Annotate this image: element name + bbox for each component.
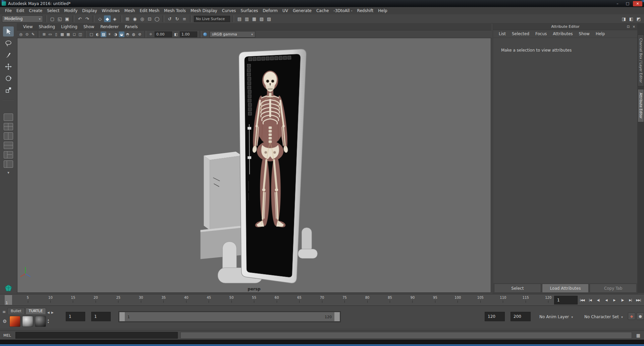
motion-blur-icon[interactable]: ◓: [125, 31, 130, 37]
play-forwards-button[interactable]: ▶: [610, 296, 618, 304]
menu-3dtoall[interactable]: -3DtoAll -: [331, 8, 355, 13]
menu-edit-mesh[interactable]: Edit Mesh: [137, 8, 162, 13]
menu-modify[interactable]: Modify: [62, 8, 80, 13]
snap-to-points-icon[interactable]: ◎: [139, 15, 146, 22]
grid-toggle-icon[interactable]: ⊞: [41, 31, 47, 37]
layout-three-panes-button[interactable]: [4, 151, 13, 158]
output-connections-icon[interactable]: ↻: [174, 15, 180, 22]
panel-menu-show[interactable]: Show: [80, 24, 97, 29]
playback-start-field[interactable]: 1: [91, 312, 111, 321]
exposure-field[interactable]: 0.00: [155, 31, 172, 37]
select-object-icon[interactable]: ◆: [104, 15, 111, 22]
wireframe-mode-icon[interactable]: □: [89, 31, 94, 37]
select-component-icon[interactable]: ◈: [111, 15, 118, 22]
ae-menu-selected[interactable]: Selected: [509, 31, 532, 36]
select-hierarchy-icon[interactable]: ◇: [97, 15, 103, 22]
step-forward-key-button[interactable]: |▶: [619, 296, 626, 304]
exposure-icon[interactable]: ☼: [148, 31, 154, 37]
color-management-icon[interactable]: [203, 32, 207, 36]
undo-icon[interactable]: ↶: [76, 15, 83, 22]
ambient-occlusion-icon[interactable]: ◒: [119, 31, 124, 37]
copy-tab-button[interactable]: Copy Tab: [590, 284, 637, 293]
paint-select-tool[interactable]: [3, 50, 14, 60]
turtle-render-shelf-icon[interactable]: [9, 316, 20, 327]
step-back-frame-button[interactable]: |◀: [586, 296, 594, 304]
menu-mesh-tools[interactable]: Mesh Tools: [162, 8, 188, 13]
ae-menu-attributes[interactable]: Attributes: [550, 31, 576, 36]
anim-layer-dropdown[interactable]: No Anim Layer ▾: [539, 313, 573, 321]
mute-toggle-icon[interactable]: ●: [637, 313, 644, 320]
range-slider-bar[interactable]: [119, 312, 340, 321]
animation-end-field[interactable]: 200: [511, 312, 531, 321]
new-scene-icon[interactable]: ▢: [49, 15, 56, 22]
step-back-key-button[interactable]: ◀|: [594, 296, 602, 304]
menu-curves[interactable]: Curves: [220, 8, 238, 13]
use-all-lights-icon[interactable]: ☀: [107, 31, 112, 37]
layout-two-panes-side-button[interactable]: [4, 132, 13, 140]
menu-create[interactable]: Create: [26, 8, 45, 13]
shelf-options-gear-icon[interactable]: ⚙: [2, 319, 8, 324]
menu-file[interactable]: File: [3, 8, 14, 13]
group-divider[interactable]: [162, 15, 164, 22]
ae-menu-show[interactable]: Show: [576, 31, 593, 36]
redo-icon[interactable]: ↷: [84, 15, 91, 22]
maximize-button[interactable]: □: [623, 1, 632, 6]
menu-deform[interactable]: Deform: [260, 8, 280, 13]
script-editor-icon[interactable]: ▦: [635, 333, 642, 338]
shadows-icon[interactable]: ◑: [113, 31, 118, 37]
ae-menu-list[interactable]: List: [496, 31, 509, 36]
menu-help[interactable]: Help: [376, 8, 389, 13]
shaded-mode-icon[interactable]: ◐: [95, 31, 100, 37]
layout-outliner-persp-button[interactable]: [4, 160, 13, 168]
make-live-icon[interactable]: ◯: [154, 15, 160, 22]
time-slider[interactable]: 1 5 10 15 20 25 30 35 40 45 50 55 60 65 …: [0, 294, 644, 306]
display-counter-icon-3[interactable]: ▦: [251, 15, 258, 22]
shelf-next-icon[interactable]: ▶: [51, 311, 54, 314]
tab-attribute-editor[interactable]: Attribute Editor: [638, 89, 644, 122]
group-divider[interactable]: [120, 15, 122, 22]
menu-mesh-display[interactable]: Mesh Display: [188, 8, 220, 13]
ae-menu-focus[interactable]: Focus: [532, 31, 550, 36]
load-attributes-button[interactable]: Load Attributes: [542, 284, 589, 293]
menu-select[interactable]: Select: [45, 8, 62, 13]
panel-menu-shading[interactable]: Shading: [36, 24, 58, 29]
minimize-button[interactable]: –: [613, 1, 622, 6]
group-divider[interactable]: [232, 15, 234, 22]
input-connections-icon[interactable]: ↺: [166, 15, 173, 22]
anim-layer-key-icon[interactable]: ◆: [628, 313, 635, 320]
command-input[interactable]: [15, 332, 178, 339]
lock-camera-icon[interactable]: ⊙: [24, 31, 30, 37]
colorspace-dropdown[interactable]: sRGB gamma ▾: [210, 31, 255, 38]
go-to-end-button[interactable]: ▶▶|: [635, 296, 642, 304]
group-divider[interactable]: [190, 15, 192, 22]
menu-uv[interactable]: UV: [280, 8, 290, 13]
construction-history-icon[interactable]: ≡: [181, 15, 188, 22]
menu-display[interactable]: Display: [80, 8, 99, 13]
panel-menu-panels[interactable]: Panels: [122, 24, 141, 29]
gate-mask-icon[interactable]: ▩: [59, 31, 65, 37]
gamma-field[interactable]: 1.00: [180, 31, 197, 37]
menuset-dropdown[interactable]: Modeling ▾: [2, 15, 43, 22]
range-end-handle[interactable]: [334, 312, 340, 321]
menu-edit[interactable]: Edit: [14, 8, 26, 13]
lasso-tool[interactable]: [3, 38, 14, 48]
select-tool[interactable]: [3, 26, 14, 37]
menu-windows[interactable]: Windows: [99, 8, 122, 13]
film-gate-icon[interactable]: ▭: [47, 31, 53, 37]
command-language-label[interactable]: MEL: [3, 333, 13, 338]
grease-pencil-icon[interactable]: ✎: [30, 31, 36, 37]
close-panel-icon[interactable]: ×: [632, 25, 636, 28]
ae-menu-help[interactable]: Help: [593, 31, 608, 36]
shelf-tab-turtle[interactable]: TURTLE: [25, 308, 46, 314]
layout-four-panes-button[interactable]: [4, 123, 13, 130]
menu-cache[interactable]: Cache: [314, 8, 331, 13]
panel-menu-renderer[interactable]: Renderer: [97, 24, 122, 29]
material-sphere-shelf-icon[interactable]: [22, 316, 33, 327]
viewport-canvas[interactable]: persp: [17, 38, 491, 293]
shelf-menu-icon[interactable]: ≡: [1, 309, 7, 314]
range-slider[interactable]: 1 120: [118, 311, 341, 322]
toggle-attribute-editor-icon[interactable]: ◨: [621, 15, 627, 22]
shelf-tab-bullet[interactable]: Bullet: [7, 308, 25, 314]
live-surface-field[interactable]: No Live Surface: [194, 16, 230, 22]
toggle-channel-box-icon[interactable]: ◩: [635, 15, 642, 22]
